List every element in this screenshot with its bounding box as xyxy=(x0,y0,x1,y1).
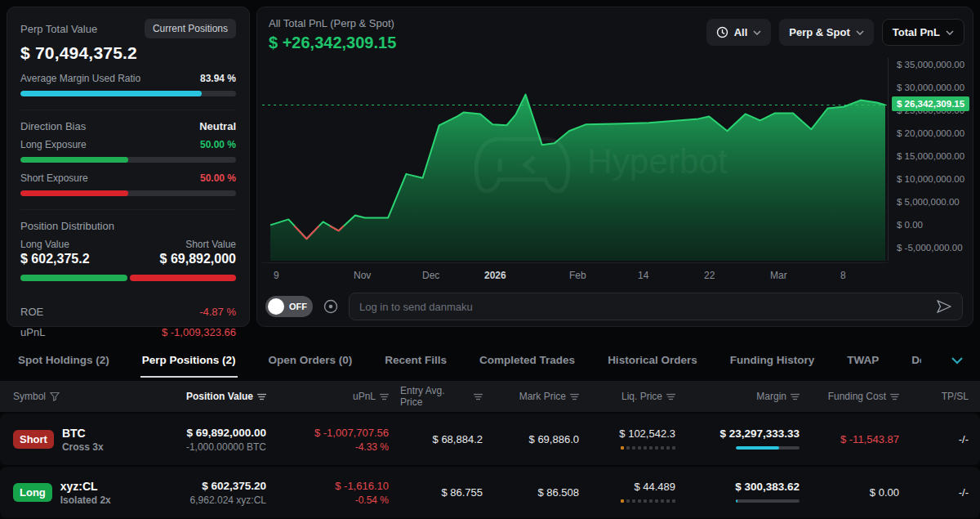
send-icon[interactable] xyxy=(936,299,952,314)
tab-open-orders[interactable]: Open Orders (0) xyxy=(267,344,354,378)
perp-total-value-label: Perp Total Value xyxy=(20,23,97,35)
position-size: -1,000.00000 BTC xyxy=(155,441,266,453)
tab-funding-history[interactable]: Funding History xyxy=(728,344,817,378)
metric-filter-label: Total PnL xyxy=(893,26,940,38)
position-row-btc[interactable]: Short BTC Cross 3x $ 69,892,000.00 -1,00… xyxy=(0,414,980,465)
liq-risk-meter xyxy=(621,446,675,450)
position-row-xyzcl[interactable]: Long xyz:CL Isolated 2x $ 602,375.20 6,9… xyxy=(0,467,980,518)
roe-value: -4.87 % xyxy=(199,306,236,318)
time-filter-dropdown[interactable]: All xyxy=(706,19,772,46)
current-value-badge: $ 26,342,309.15 xyxy=(892,96,969,111)
header-position-value[interactable]: Position Value xyxy=(155,391,278,402)
mark-price: $ 69,886.0 xyxy=(494,433,590,445)
scope-filter-dropdown[interactable]: Perp & Spot xyxy=(779,19,873,46)
upnl-value: $ -1,616.10 xyxy=(278,480,389,492)
perp-total-value-panel: Perp Total Value Current Positions $ 70,… xyxy=(7,7,250,327)
tab-twap[interactable]: TWAP xyxy=(845,344,880,378)
filter-icon xyxy=(50,391,60,401)
funding-cost: $ -11,543.87 xyxy=(811,433,911,445)
roe-label: ROE xyxy=(20,306,43,318)
tab-spot-holdings[interactable]: Spot Holdings (2) xyxy=(16,344,111,378)
x-tick: 8 xyxy=(840,270,846,281)
toggle-label: OFF xyxy=(289,302,307,311)
x-axis: 9 Nov Dec 2026 Feb 14 22 Mar 8 xyxy=(262,262,888,287)
direction-bias-value: Neutral xyxy=(199,120,236,132)
sort-icon xyxy=(474,393,483,400)
chevron-down-icon xyxy=(856,30,864,35)
tab-recent-fills[interactable]: Recent Fills xyxy=(383,344,448,378)
long-value: $ 602,375.2 xyxy=(20,252,90,266)
metric-filter-dropdown[interactable]: Total PnL xyxy=(882,19,964,46)
header-margin[interactable]: Margin xyxy=(687,391,811,402)
margin-ratio-label: Average Margin Used Ratio xyxy=(20,73,140,84)
liq-price: $ 44.489 xyxy=(590,481,675,493)
header-tpsl: TP/SL xyxy=(911,391,980,402)
header-funding-cost[interactable]: Funding Cost xyxy=(811,391,911,402)
short-value-label: Short Value xyxy=(185,239,236,250)
margin-ratio-value: 83.94 % xyxy=(200,73,236,84)
current-positions-button[interactable]: Current Positions xyxy=(145,19,236,38)
tabs-overflow-chevron[interactable] xyxy=(951,356,964,365)
pnl-chart-panel: All Total PnL (Perp & Spot) $ +26,342,30… xyxy=(256,7,973,327)
pnl-area-chart[interactable]: Hyperbot xyxy=(262,58,888,261)
danmaku-toggle[interactable]: OFF xyxy=(265,296,313,317)
header-entry-price[interactable]: Entry Avg. Price xyxy=(400,385,494,408)
tab-historical-orders[interactable]: Historical Orders xyxy=(606,344,699,378)
chevron-down-icon xyxy=(946,30,954,35)
y-tick: $ 35,000,000.00 xyxy=(897,58,964,71)
positions-table-header: Symbol Position Value uPnL Entry Avg. Pr… xyxy=(0,381,980,412)
symbol-name: BTC xyxy=(62,427,104,440)
header-upnl[interactable]: uPnL xyxy=(278,391,400,402)
long-value-label: Long Value xyxy=(20,239,69,250)
long-exposure-label: Long Exposure xyxy=(20,139,87,150)
sort-icon xyxy=(666,393,675,400)
margin-value: $ 23,297,333.33 xyxy=(687,427,800,440)
danmaku-input-wrap xyxy=(349,293,963,320)
y-tick: $ 30,000,000.00 xyxy=(897,81,964,94)
upnl-pct: -0.54 % xyxy=(278,494,389,506)
danmaku-settings-icon[interactable] xyxy=(323,298,339,315)
x-tick: Mar xyxy=(770,270,787,281)
position-value: $ 602,375.20 xyxy=(155,480,266,492)
scope-filter-label: Perp & Spot xyxy=(789,26,849,38)
y-tick: $ 0.00 xyxy=(897,218,923,231)
tab-perp-positions[interactable]: Perp Positions (2) xyxy=(140,344,238,378)
danmaku-input[interactable] xyxy=(359,301,936,313)
short-exposure-value: 50.00 % xyxy=(200,172,236,184)
sort-icon xyxy=(257,393,266,400)
upnl-label: uPnL xyxy=(20,326,45,338)
tab-completed-trades[interactable]: Completed Trades xyxy=(478,344,577,378)
y-tick: $ 20,000,000.00 xyxy=(897,127,964,140)
header-mark-price[interactable]: Mark Price xyxy=(494,391,590,402)
pnl-chart-title: All Total PnL (Perp & Spot) xyxy=(269,17,396,29)
sort-icon xyxy=(570,393,579,400)
bottom-tabs: Spot Holdings (2) Perp Positions (2) Ope… xyxy=(0,343,980,378)
position-size: 6,962.024 xyz:CL xyxy=(155,494,266,506)
x-tick: 14 xyxy=(638,270,648,281)
header-liq-price[interactable]: Liq. Price xyxy=(590,391,687,402)
entry-price: $ 68,884.2 xyxy=(400,433,494,445)
margin-usage-bar xyxy=(736,499,800,503)
y-tick: $ 10,000,000.00 xyxy=(897,172,964,186)
header-symbol[interactable]: Symbol xyxy=(0,391,155,402)
x-tick: 22 xyxy=(704,270,715,281)
x-tick: Nov xyxy=(354,270,371,281)
long-exposure-value: 50.00 % xyxy=(200,139,236,150)
funding-cost: $ 0.00 xyxy=(811,486,911,499)
position-distribution-label: Position Distribution xyxy=(20,220,236,232)
short-exposure-label: Short Exposure xyxy=(20,172,88,184)
sort-icon xyxy=(791,393,800,400)
upnl-value: $ -1,009,323.66 xyxy=(162,326,236,338)
margin-value: $ 300,383.62 xyxy=(687,481,800,493)
margin-usage-bar xyxy=(736,446,800,450)
x-tick: Feb xyxy=(569,270,586,281)
tab-deposits-withdrawals[interactable]: Deposits & Withdraw xyxy=(910,344,921,378)
chevron-down-icon xyxy=(753,30,761,35)
sort-icon xyxy=(890,393,899,400)
liq-risk-meter xyxy=(621,499,675,503)
upnl-pct: -4.33 % xyxy=(278,441,389,453)
toggle-knob xyxy=(268,298,284,315)
sort-icon xyxy=(380,393,389,400)
side-badge-short: Short xyxy=(13,430,54,449)
pnl-total-value: $ +26,342,309.15 xyxy=(269,34,396,52)
